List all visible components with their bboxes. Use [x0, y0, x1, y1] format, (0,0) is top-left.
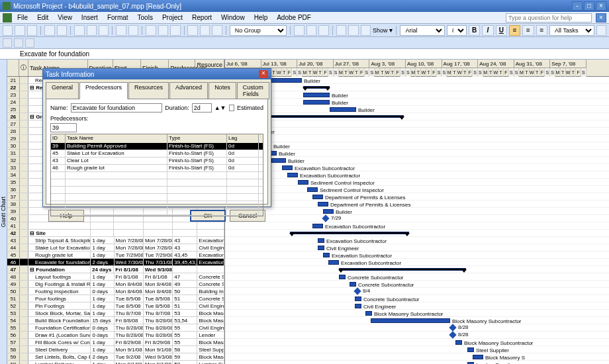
gantt-bar[interactable]: Concrete Subcontractor — [339, 275, 346, 279]
gantt-bar[interactable]: Block Masonry Subcontractor — [365, 311, 372, 316]
pred-id-input[interactable] — [50, 123, 77, 132]
task-row[interactable]: 44Stake Lot for Excavation1 dayMon 7/28/… — [7, 244, 224, 251]
copy-icon[interactable] — [87, 25, 97, 36]
gantt-bar[interactable] — [290, 232, 409, 234]
menu-tools[interactable]: Tools — [134, 13, 157, 22]
col-rownum[interactable] — [7, 60, 19, 76]
gantt-bar[interactable]: Builder — [330, 107, 356, 112]
milestone-icon[interactable] — [353, 287, 361, 295]
name-input[interactable] — [71, 103, 163, 113]
menu-report[interactable]: Report — [188, 13, 216, 22]
gantt-bar[interactable]: Excavation Subcontractor — [328, 260, 339, 265]
show-outline-icon[interactable] — [361, 25, 371, 36]
gantt-bar[interactable]: Department of Permits & Licenses — [312, 195, 323, 199]
gantt-row[interactable] — [225, 230, 609, 237]
dialog-close-button[interactable]: × — [259, 70, 268, 78]
gantt-bar[interactable]: Builder — [271, 158, 286, 163]
gantt-row[interactable]: Excavation Subcontractor — [225, 237, 609, 244]
close-button[interactable]: × — [596, 1, 606, 11]
gantt-bar[interactable]: Concrete Subcontractor — [355, 296, 361, 301]
gantt-row[interactable]: 8/28 — [225, 324, 609, 332]
gantt-row[interactable]: Block Masonry Subcontractor — [225, 339, 609, 346]
task-row[interactable]: 47⊟ Foundation24 daysFri 8/1/08Wed 9/3/0… — [7, 266, 224, 273]
pdf-settings-icon[interactable] — [14, 38, 23, 48]
link-icon[interactable] — [146, 25, 156, 36]
cell-entry-bar[interactable]: Excavate for foundation — [0, 49, 609, 60]
gantt-bar[interactable] — [303, 86, 330, 89]
task-row[interactable]: 52Pin Footings1 dayTue 8/5/08Tue 8/5/085… — [7, 302, 224, 310]
goto-icon[interactable] — [318, 25, 328, 36]
gantt-row[interactable]: Lumber Supplier — [225, 361, 609, 364]
gantt-row[interactable]: Department of Permits & Licenses — [225, 201, 609, 208]
gantt-bar[interactable]: Excavation Subcontractor — [312, 224, 323, 228]
zoom-in-icon[interactable] — [294, 25, 304, 36]
task-row[interactable]: 45Rough grade lot1 dayTue 7/29/08Tue 7/2… — [7, 251, 224, 259]
split-icon[interactable] — [170, 25, 180, 36]
bold-button[interactable]: B — [469, 25, 480, 36]
paste-icon[interactable] — [99, 25, 109, 36]
font-select[interactable]: Arial — [400, 25, 445, 36]
tab-notes[interactable]: Notes — [209, 82, 236, 99]
unlink-icon[interactable] — [158, 25, 168, 36]
pred-row[interactable]: 46Rough grade lotFinish-to-Start (FS)0d — [51, 165, 263, 172]
gantt-row[interactable]: Sediment Control Inspector — [225, 179, 609, 186]
gantt-row[interactable]: Civil Engineer — [225, 302, 609, 310]
tab-general[interactable]: General — [46, 82, 79, 99]
font-size-select[interactable]: 8 — [447, 25, 467, 36]
col-indicator[interactable]: ⓘ — [19, 60, 28, 76]
estimated-checkbox[interactable] — [229, 105, 234, 111]
pred-col-id[interactable]: ID — [51, 134, 66, 143]
task-row[interactable]: 51Pour footings1 dayTue 8/5/08Tue 8/5/08… — [7, 295, 224, 302]
gantt-row[interactable]: Builder — [225, 106, 609, 113]
gantt-bar[interactable]: Department of Permits & Licenses — [318, 202, 328, 206]
gantt-bar[interactable]: Excavation Subcontractor — [287, 173, 298, 177]
gantt-bar[interactable]: Excavation Subcontractor — [318, 238, 324, 243]
save-icon[interactable] — [27, 25, 37, 36]
doc-close-button[interactable]: × — [596, 13, 606, 23]
notes-icon[interactable] — [200, 25, 210, 36]
gantt-row[interactable]: 8/28 — [225, 332, 609, 339]
new-icon[interactable] — [3, 25, 13, 36]
gantt-bar[interactable]: Concrete Subcontractor — [350, 282, 356, 287]
pred-col-type[interactable]: Type — [167, 134, 227, 143]
assign-icon[interactable] — [212, 25, 222, 36]
gantt-chart[interactable]: Jul 6, '08Jul 13, '08Jul 20, '08Jul 27, … — [225, 60, 609, 364]
align-center-button[interactable]: ≡ — [522, 25, 534, 36]
task-row[interactable]: 53Stock Block, Mortar, Sand1 dayThu 8/7/… — [7, 310, 224, 317]
app-menu-icon[interactable] — [3, 13, 12, 23]
gantt-row[interactable]: Block Masonry Subcontractor — [225, 310, 609, 317]
menu-project[interactable]: Project — [158, 13, 187, 22]
gantt-row[interactable]: Excavation Subcontractor — [225, 171, 609, 179]
tab-predecessors[interactable]: Predecessors — [79, 82, 128, 99]
gantt-bar[interactable]: Block Masonry Subcontractor — [371, 318, 450, 323]
menu-view[interactable]: View — [54, 13, 76, 22]
gantt-row[interactable]: Excavation Subcontractor — [225, 259, 609, 266]
gantt-row[interactable]: Builder — [225, 150, 609, 157]
gantt-bar[interactable]: Civil Engineer — [318, 246, 324, 250]
gantt-row[interactable]: Department of Permits & Licenses — [225, 193, 609, 201]
gantt-row[interactable] — [225, 84, 609, 91]
pdf-icon[interactable] — [3, 38, 12, 48]
align-right-button[interactable]: ≡ — [536, 25, 547, 36]
gantt-bar[interactable] — [339, 268, 466, 271]
task-row[interactable]: 46Excavate for foundation2 daysWed 7/30/… — [7, 259, 224, 266]
menu-file[interactable]: File — [13, 13, 32, 22]
menu-format[interactable]: Format — [103, 13, 132, 22]
milestone-icon[interactable] — [449, 324, 456, 331]
align-left-button[interactable]: ≡ — [509, 25, 520, 36]
view-tab-gantt[interactable]: Gantt Chart — [0, 197, 7, 228]
preview-icon[interactable] — [57, 25, 67, 36]
filter-select[interactable]: All Tasks — [549, 25, 594, 36]
gantt-bar[interactable]: Sediment Control Inspector — [298, 180, 308, 185]
tab-custom-fields[interactable]: Custom Fields — [237, 82, 269, 99]
gantt-bar[interactable]: Builder — [303, 100, 330, 105]
gantt-row[interactable]: Builder — [225, 142, 609, 150]
milestone-icon[interactable] — [449, 331, 456, 338]
gantt-bar[interactable]: Excavation Subcontractor — [282, 165, 293, 170]
gantt-row[interactable]: Builder — [225, 99, 609, 106]
pred-row[interactable]: 45Stake Lot for ExcavationFinish-to-Star… — [51, 150, 263, 158]
gantt-bar[interactable]: Steel Supplier — [467, 347, 474, 352]
gantt-row[interactable]: Builder — [225, 91, 609, 99]
task-row[interactable]: 55Foundation Certification0 daysThu 8/28… — [7, 324, 224, 332]
indent-icon[interactable] — [348, 25, 358, 36]
